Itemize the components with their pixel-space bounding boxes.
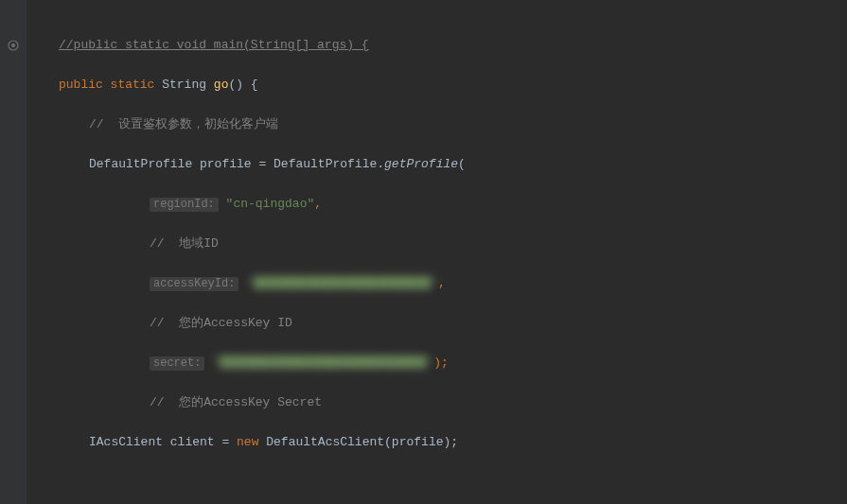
code-comment: // 您的AccessKey ID xyxy=(150,316,292,330)
type: String xyxy=(162,78,214,92)
svg-point-1 xyxy=(11,43,15,47)
code-editor[interactable]: //public static void main(String[] args)… xyxy=(0,0,847,504)
code-text: () { xyxy=(228,78,257,92)
punct: ); xyxy=(433,356,449,370)
punct: , xyxy=(438,276,446,290)
code-comment: // 地域ID xyxy=(150,236,219,251)
code-text: IAcsClient client = xyxy=(89,435,237,449)
code-area[interactable]: //public static void main(String[] args)… xyxy=(28,15,835,504)
code-text: ( xyxy=(458,157,466,171)
code-comment: // 您的AccessKey Secret xyxy=(150,395,322,409)
keyword: static xyxy=(111,78,163,92)
method-call: getProfile xyxy=(384,157,458,171)
override-gutter-icon[interactable] xyxy=(8,40,19,51)
param-hint: secret: xyxy=(150,356,204,371)
string-literal: "cn-qingdao" xyxy=(219,197,314,211)
punct: , xyxy=(314,197,322,211)
code-text: DefaultProfile profile = DefaultProfile. xyxy=(89,157,384,171)
param-hint: regionId: xyxy=(150,198,219,212)
keyword: public xyxy=(59,78,111,92)
param-hint: accessKeyId: xyxy=(150,277,238,291)
keyword: new xyxy=(237,435,266,449)
code-comment: //public static void main(String[] args)… xyxy=(59,38,369,52)
string-literal-redacted: "████████████████████████████" xyxy=(204,356,433,370)
gutter xyxy=(0,0,26,504)
code-comment: // 设置鉴权参数，初始化客户端 xyxy=(89,117,278,131)
string-literal-redacted: "████████████████████████" xyxy=(238,276,438,290)
code-text: DefaultAcsClient(profile); xyxy=(266,435,458,449)
method-name: go xyxy=(214,78,229,92)
